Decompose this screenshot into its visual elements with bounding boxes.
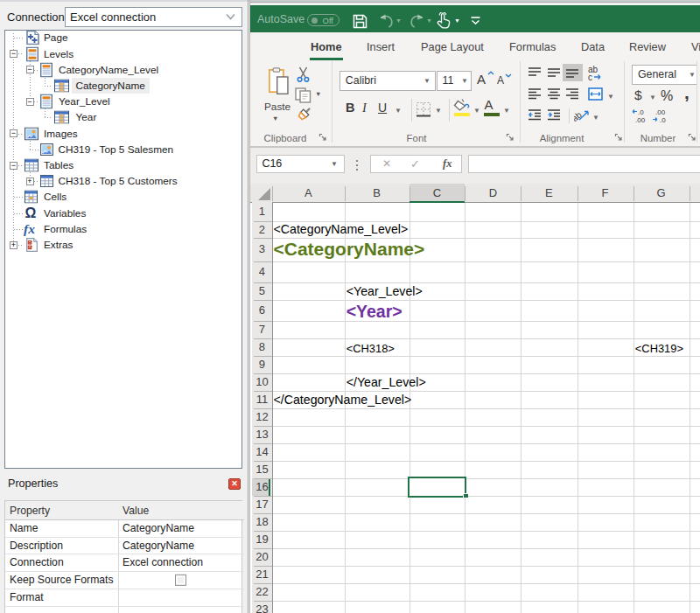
svg-text:.00: .00 [635,116,646,123]
svg-text:.0: .0 [660,116,666,123]
svg-text:.0: .0 [638,108,644,116]
svg-text:.00: .00 [655,108,666,116]
svg-text:c: c [588,73,592,81]
